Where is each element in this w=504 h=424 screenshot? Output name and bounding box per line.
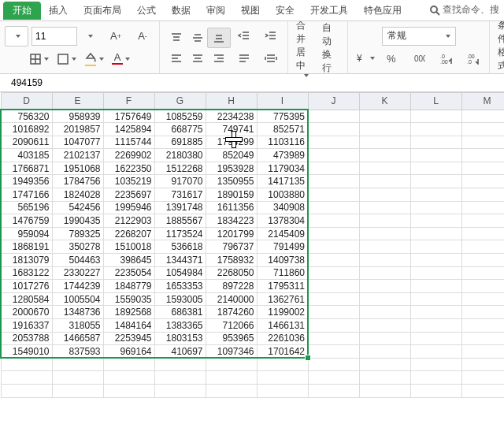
- cell[interactable]: 1885567: [154, 214, 206, 228]
- cell[interactable]: [359, 319, 410, 333]
- tab-special[interactable]: 特色应用: [356, 2, 410, 20]
- cell[interactable]: 775395: [257, 110, 308, 123]
- cell[interactable]: [461, 292, 504, 306]
- cell[interactable]: [359, 345, 410, 359]
- cell[interactable]: 2330227: [52, 266, 103, 280]
- cell[interactable]: 1097346: [206, 345, 257, 359]
- cell[interactable]: 565196: [1, 201, 52, 214]
- cell[interactable]: [461, 188, 504, 202]
- cell[interactable]: [1, 371, 52, 385]
- cell[interactable]: [410, 201, 461, 214]
- cell[interactable]: [410, 227, 461, 240]
- font-size-dropdown[interactable]: [77, 26, 101, 46]
- cell[interactable]: [103, 358, 154, 371]
- cell[interactable]: [308, 136, 359, 149]
- currency-dropdown[interactable]: ¥: [353, 48, 377, 69]
- cell[interactable]: 1990435: [52, 214, 103, 228]
- align-left-button[interactable]: [165, 48, 188, 69]
- cell[interactable]: 1003880: [257, 188, 308, 202]
- cell[interactable]: 1622350: [103, 162, 154, 175]
- cell[interactable]: 536618: [154, 240, 206, 254]
- percent-button[interactable]: %: [380, 48, 404, 69]
- cell[interactable]: [461, 266, 504, 280]
- align-center-button[interactable]: [186, 48, 209, 69]
- cell[interactable]: [308, 123, 359, 136]
- cell[interactable]: 1348736: [52, 306, 103, 319]
- cell[interactable]: [410, 280, 461, 293]
- column-header[interactable]: L: [410, 93, 461, 110]
- increase-font-button[interactable]: A+: [104, 26, 128, 46]
- cell[interactable]: 2019857: [52, 123, 103, 136]
- cell[interactable]: [461, 384, 504, 397]
- cell[interactable]: [206, 371, 257, 385]
- cell[interactable]: [461, 254, 504, 267]
- column-header[interactable]: F: [103, 93, 154, 110]
- cell[interactable]: [410, 162, 461, 175]
- cell[interactable]: 403185: [1, 149, 52, 162]
- cell[interactable]: 1103116: [257, 136, 308, 149]
- increase-decimal-button[interactable]: .0.00: [434, 48, 458, 69]
- cell[interactable]: [359, 214, 410, 228]
- cell[interactable]: 2122903: [103, 214, 154, 228]
- merge-center-button[interactable]: 合并居中: [293, 25, 317, 69]
- cell[interactable]: 1803153: [154, 332, 206, 345]
- cell[interactable]: [154, 371, 206, 385]
- cell[interactable]: [359, 358, 410, 371]
- cell[interactable]: [461, 332, 504, 345]
- cell[interactable]: [359, 254, 410, 267]
- cell[interactable]: 1344371: [154, 254, 206, 267]
- cell[interactable]: [461, 280, 504, 293]
- cell[interactable]: [410, 332, 461, 345]
- cell[interactable]: 1383365: [154, 319, 206, 333]
- cell[interactable]: 1510018: [103, 240, 154, 254]
- cell[interactable]: 1747166: [1, 188, 52, 202]
- cell[interactable]: 1035219: [103, 175, 154, 188]
- cell[interactable]: [308, 292, 359, 306]
- cell[interactable]: 1425894: [103, 123, 154, 136]
- cell[interactable]: 1995946: [103, 201, 154, 214]
- search-hint[interactable]: 查找命令、搜: [429, 3, 499, 17]
- cell[interactable]: [410, 136, 461, 149]
- cell[interactable]: [359, 332, 410, 345]
- cell[interactable]: 1611356: [206, 201, 257, 214]
- wrap-text-button[interactable]: abc 自动换行: [319, 25, 343, 69]
- cell[interactable]: [52, 371, 103, 385]
- cell[interactable]: 1795311: [257, 280, 308, 293]
- tab-insert[interactable]: 插入: [41, 2, 76, 20]
- cell[interactable]: 917070: [154, 175, 206, 188]
- cell[interactable]: [461, 214, 504, 228]
- number-format-dropdown[interactable]: 常规: [382, 27, 456, 46]
- cell[interactable]: 711860: [257, 266, 308, 280]
- cell[interactable]: [410, 254, 461, 267]
- cell[interactable]: 1362761: [257, 292, 308, 306]
- cell[interactable]: 1484164: [103, 319, 154, 333]
- cell[interactable]: [461, 162, 504, 175]
- cell[interactable]: [461, 149, 504, 162]
- cell[interactable]: [308, 280, 359, 293]
- cell[interactable]: 686381: [154, 306, 206, 319]
- column-header[interactable]: E: [52, 93, 103, 110]
- cell[interactable]: [308, 240, 359, 254]
- cell[interactable]: 2261036: [257, 332, 308, 345]
- cell[interactable]: [461, 227, 504, 240]
- formula-input[interactable]: [9, 76, 170, 89]
- cell[interactable]: 796737: [206, 240, 257, 254]
- cell[interactable]: [308, 254, 359, 267]
- cell[interactable]: 1744239: [52, 280, 103, 293]
- cell[interactable]: 959094: [1, 227, 52, 240]
- cell[interactable]: 2253945: [103, 332, 154, 345]
- cell[interactable]: 350278: [52, 240, 103, 254]
- cell[interactable]: 712066: [206, 319, 257, 333]
- cell[interactable]: 1017276: [1, 280, 52, 293]
- cell[interactable]: [410, 149, 461, 162]
- cell[interactable]: [461, 306, 504, 319]
- cell[interactable]: [206, 358, 257, 371]
- cell[interactable]: 1890159: [206, 188, 257, 202]
- cell[interactable]: [359, 162, 410, 175]
- cell[interactable]: 1280584: [1, 292, 52, 306]
- cell[interactable]: 2053788: [1, 332, 52, 345]
- cell[interactable]: [308, 332, 359, 345]
- column-header[interactable]: I: [257, 93, 308, 110]
- cell[interactable]: 1868191: [1, 240, 52, 254]
- cell[interactable]: 691885: [154, 136, 206, 149]
